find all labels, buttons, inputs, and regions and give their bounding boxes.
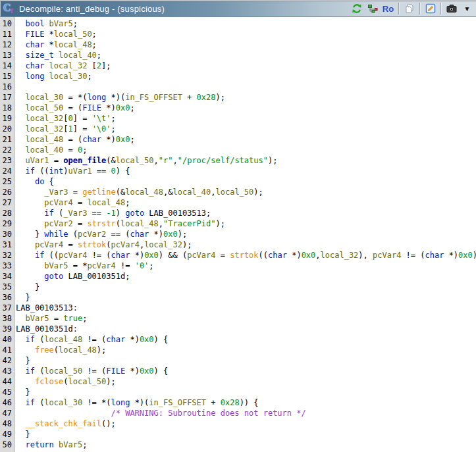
code-line[interactable]: 23 uVar1 = open_file(&local_50,"r","/pro… xyxy=(0,155,476,166)
line-number: 43 xyxy=(0,366,14,376)
line-number: 13 xyxy=(0,50,14,61)
code-line[interactable]: 42 } xyxy=(0,355,476,366)
code-line[interactable]: 47 /* WARNING: Subroutine does not retur… xyxy=(0,408,476,418)
code-line[interactable]: 13 size_t local_40; xyxy=(0,50,476,61)
code-line[interactable]: 31 pcVar4 = strtok(pcVar4,local_32); xyxy=(0,239,476,250)
code-line[interactable]: 26 _Var3 = getline(&local_48,&local_40,l… xyxy=(0,187,476,197)
code-text: if (_Var3 == -1) goto LAB_00103513; xyxy=(14,208,211,218)
line-number: 19 xyxy=(0,113,14,124)
code-line[interactable]: 15 long local_30; xyxy=(0,71,476,82)
code-text: _Var3 = getline(&local_48,&local_40,loca… xyxy=(14,187,263,197)
code-line[interactable]: 16 xyxy=(0,82,476,92)
code-line[interactable]: 14 char local_32 [2]; xyxy=(0,61,476,71)
code-line[interactable]: 41 free(local_48); xyxy=(0,345,476,355)
line-number: 39 xyxy=(0,324,14,334)
code-text: } xyxy=(14,292,30,303)
dropdown-arrow-icon[interactable]: ▼ xyxy=(462,3,473,14)
line-number: 22 xyxy=(0,145,14,155)
window-title: Decompile: anti_debug - (suspicious) xyxy=(19,4,165,14)
code-line[interactable]: 24 if ((int)uVar1 == 0) { xyxy=(0,166,476,176)
ro-icon[interactable]: Ro xyxy=(383,3,394,14)
line-number: 49 xyxy=(0,429,14,439)
line-number: 44 xyxy=(0,376,14,387)
code-text xyxy=(14,82,16,92)
code-line[interactable]: 37LAB_00103513: xyxy=(0,303,476,313)
dropdown-arrow-glyph: ▼ xyxy=(464,3,471,14)
code-line[interactable]: 39LAB_0010351d: xyxy=(0,324,476,334)
code-line[interactable]: 46 if (local_30 != *(long *)(in_FS_OFFSE… xyxy=(0,397,476,408)
code-line[interactable]: 33 bVar5 = *pcVar4 != '0'; xyxy=(0,261,476,271)
code-text: } xyxy=(14,387,30,397)
code-text: LAB_00103513: xyxy=(14,303,78,313)
code-area[interactable]: 10 bool bVar5;11 FILE *local_50;12 char … xyxy=(0,17,476,452)
copy-icon[interactable] xyxy=(404,3,415,14)
code-text: } while (pcVar2 == (char *)0x0); xyxy=(14,229,187,239)
code-line[interactable]: 25 do { xyxy=(0,176,476,187)
line-number: 42 xyxy=(0,355,14,366)
code-text: pcVar4 = strtok(pcVar4,local_32); xyxy=(14,239,192,250)
code-line[interactable]: 10 bool bVar5; xyxy=(0,18,476,29)
code-text: if (local_48 != (char *)0x0) { xyxy=(14,334,168,345)
code-text: local_40 = 0; xyxy=(14,145,87,155)
code-line[interactable]: 11 FILE *local_50; xyxy=(0,29,476,39)
line-number: 24 xyxy=(0,166,14,176)
code-text: size_t local_40; xyxy=(14,50,101,61)
edit-icon[interactable] xyxy=(425,3,436,14)
toolbar-separator xyxy=(398,3,399,14)
code-text: bVar5 = true; xyxy=(14,313,87,324)
code-text: char local_32 [2]; xyxy=(14,61,111,71)
code-line[interactable]: 48 __stack_chk_fail(); xyxy=(0,418,476,429)
code-line[interactable]: 36 } xyxy=(0,292,476,303)
code-line[interactable]: 45 } xyxy=(0,387,476,397)
code-text: /* WARNING: Subroutine does not return *… xyxy=(14,408,306,418)
decompiler-icon-f: f xyxy=(11,7,13,14)
refresh-icon[interactable] xyxy=(351,3,362,14)
code-line[interactable]: 28 if (_Var3 == -1) goto LAB_00103513; xyxy=(0,208,476,218)
line-number: 46 xyxy=(0,397,14,408)
decompiler-icon: C f xyxy=(3,2,16,15)
code-line[interactable]: 44 fclose(local_50); xyxy=(0,376,476,387)
code-line[interactable]: 30 } while (pcVar2 == (char *)0x0); xyxy=(0,229,476,239)
code-text: if (local_50 != (FILE *)0x0) { xyxy=(14,366,168,376)
code-text: bool bVar5; xyxy=(14,18,78,29)
line-number: 32 xyxy=(0,250,14,261)
code-line[interactable]: 20 local_32[1] = '\0'; xyxy=(0,124,476,134)
code-line[interactable]: 40 if (local_48 != (char *)0x0) { xyxy=(0,334,476,345)
ro-icon-label: Ro xyxy=(383,3,394,14)
line-number: 14 xyxy=(0,61,14,71)
code-line[interactable]: 17 local_30 = *(long *)(in_FS_OFFSET + 0… xyxy=(0,92,476,103)
line-number: 30 xyxy=(0,229,14,239)
line-number: 15 xyxy=(0,71,14,82)
code-line[interactable]: 29 pcVar2 = strstr(local_48,"TracerPid")… xyxy=(0,218,476,229)
line-number: 16 xyxy=(0,82,14,92)
code-text: return bVar5; xyxy=(14,439,87,450)
code-line[interactable]: 27 pcVar4 = local_48; xyxy=(0,197,476,208)
code-line[interactable]: 18 local_50 = (FILE *)0x0; xyxy=(0,103,476,113)
camera-icon[interactable] xyxy=(446,3,457,14)
code-text: } xyxy=(14,429,30,439)
code-line[interactable]: 34 goto LAB_0010351d; xyxy=(0,271,476,282)
line-number: 50 xyxy=(0,439,14,450)
line-number: 37 xyxy=(0,303,14,313)
titlebar[interactable]: C f Decompile: anti_debug - (suspicious) xyxy=(0,0,476,17)
code-line[interactable]: 22 local_40 = 0; xyxy=(0,145,476,155)
graph-icon[interactable] xyxy=(367,3,378,14)
line-number: 40 xyxy=(0,334,14,345)
line-number: 11 xyxy=(0,29,14,39)
line-number: 36 xyxy=(0,292,14,303)
code-line[interactable]: 19 local_32[0] = '\t'; xyxy=(0,113,476,124)
code-line[interactable]: 38 bVar5 = true; xyxy=(0,313,476,324)
code-text: local_50 = (FILE *)0x0; xyxy=(14,103,135,113)
code-line[interactable]: 49 } xyxy=(0,429,476,439)
code-line[interactable]: 43 if (local_50 != (FILE *)0x0) { xyxy=(0,366,476,376)
code-text: local_32[1] = '\0'; xyxy=(14,124,116,134)
code-line[interactable]: 21 local_48 = (char *)0x0; xyxy=(0,134,476,145)
code-text: long local_30; xyxy=(14,71,92,82)
code-line[interactable]: 32 if ((pcVar4 != (char *)0x0) && (pcVar… xyxy=(0,250,476,261)
code-line[interactable]: 35 } xyxy=(0,282,476,292)
code-line[interactable]: 50 return bVar5; xyxy=(0,439,476,450)
titlebar-toolbar: Ro xyxy=(351,3,473,14)
toolbar-separator xyxy=(419,3,420,14)
code-text: } xyxy=(14,355,30,366)
code-line[interactable]: 12 char *local_48; xyxy=(0,39,476,50)
